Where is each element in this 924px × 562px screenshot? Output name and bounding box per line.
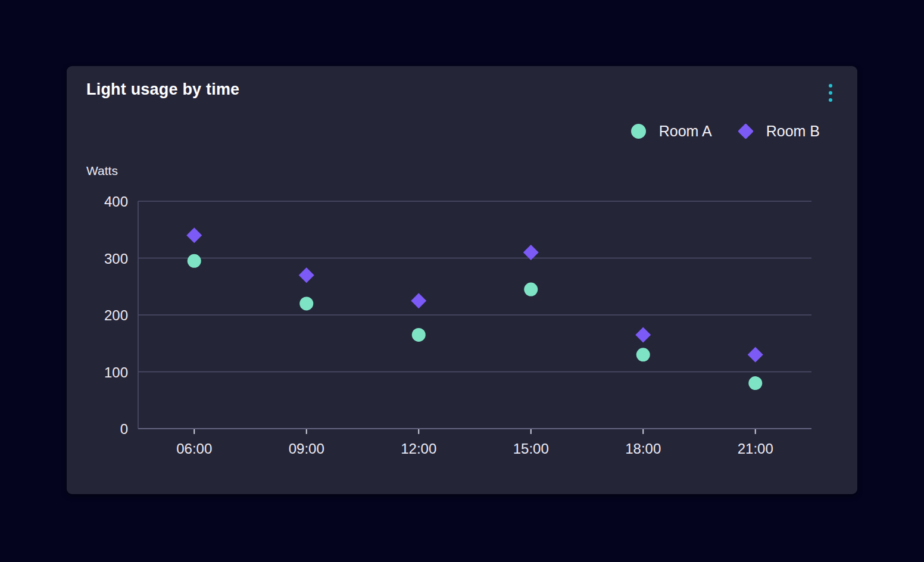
card-header: Light usage by time bbox=[67, 66, 857, 105]
y-tick-label: 100 bbox=[104, 364, 128, 380]
x-tick-label: 15:00 bbox=[513, 441, 549, 457]
data-point-room-a[interactable] bbox=[636, 348, 650, 361]
legend-item-room-a[interactable]: Room A bbox=[631, 123, 712, 140]
data-point-room-a[interactable] bbox=[748, 376, 762, 390]
kebab-dot-icon bbox=[829, 98, 832, 102]
light-usage-card: 010020030040006:0009:0012:0015:0018:0021… bbox=[67, 66, 857, 494]
data-point-room-a[interactable] bbox=[412, 328, 426, 342]
data-point-room-a[interactable] bbox=[188, 254, 201, 268]
x-tick-label: 12:00 bbox=[401, 441, 436, 457]
circle-marker-icon bbox=[631, 124, 646, 139]
x-tick-label: 06:00 bbox=[176, 441, 212, 457]
y-tick-label: 200 bbox=[104, 307, 128, 323]
y-tick-label: 300 bbox=[104, 251, 128, 267]
y-axis-title: Watts bbox=[86, 164, 118, 178]
legend: Room ARoom B bbox=[631, 123, 820, 140]
data-point-room-b[interactable] bbox=[635, 327, 651, 342]
data-point-room-b[interactable] bbox=[748, 347, 763, 363]
data-point-room-b[interactable] bbox=[299, 267, 314, 283]
legend-label: Room A bbox=[659, 123, 712, 140]
legend-item-room-b[interactable]: Room B bbox=[738, 123, 820, 140]
diamond-marker-icon bbox=[738, 123, 754, 139]
kebab-dot-icon bbox=[829, 84, 832, 88]
data-point-room-a[interactable] bbox=[524, 283, 538, 296]
kebab-dot-icon bbox=[829, 91, 832, 95]
y-tick-label: 0 bbox=[120, 421, 128, 437]
data-point-room-a[interactable] bbox=[299, 296, 313, 310]
x-tick-label: 18:00 bbox=[625, 441, 661, 457]
data-point-room-b[interactable] bbox=[186, 227, 202, 243]
y-tick-label: 400 bbox=[104, 193, 128, 210]
x-tick-label: 21:00 bbox=[738, 441, 773, 457]
x-tick-label: 09:00 bbox=[289, 441, 324, 457]
chart-title: Light usage by time bbox=[86, 80, 239, 99]
kebab-menu-button[interactable] bbox=[824, 80, 837, 105]
data-point-room-b[interactable] bbox=[411, 293, 426, 308]
legend-label: Room B bbox=[766, 123, 820, 140]
